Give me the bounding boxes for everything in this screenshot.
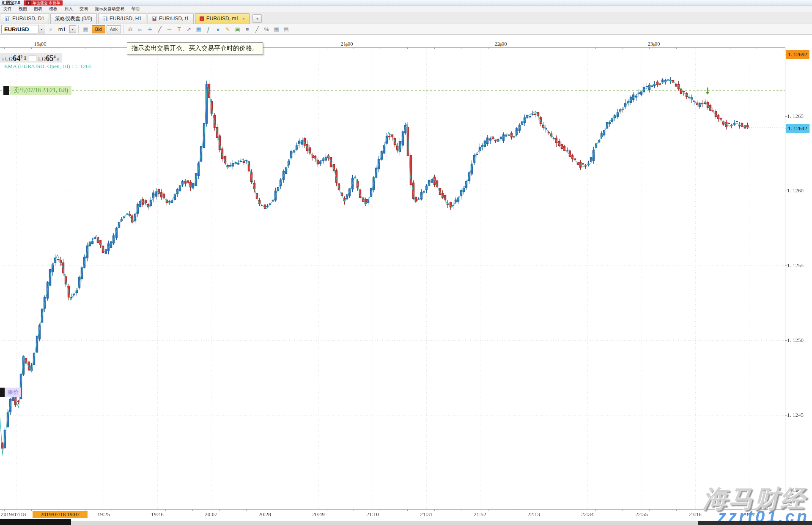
template-icon[interactable]: ▤ (281, 25, 291, 33)
limit-order-label[interactable]: 限价 (0, 388, 21, 397)
indicator-icon[interactable]: ƒ (203, 25, 213, 33)
tab-label: EUR/USD, D1 (12, 16, 44, 22)
tab-eurusd-t1[interactable]: EUR/USD, t1 (148, 13, 194, 24)
new-tab-button[interactable]: + (252, 14, 262, 23)
slash-icon[interactable]: ╱ (252, 25, 262, 33)
sell-tag: S (2, 57, 4, 61)
sell-order-text: 卖出(07/18 23:21, 0.8) (10, 86, 71, 95)
tab-label: EUR/USD, H1 (110, 16, 142, 22)
search-icon[interactable]: ⌕ (49, 26, 52, 32)
time-tick-label: 22:34 (576, 511, 599, 518)
tab-label: 策略仪表盘 (0/0) (55, 15, 92, 22)
time-tick-label: 21:00 (334, 41, 359, 47)
time-tick-label: 21:31 (414, 511, 438, 518)
tab-label: EUR/USD, t1 (159, 16, 189, 22)
price-tick-label: 1. 1255 (787, 262, 804, 269)
status-strip (0, 521, 812, 525)
tab-eurusd-m1[interactable]: ↓EUR/USD, m1× (195, 13, 250, 24)
chart-tab-icon (5, 16, 10, 21)
time-tick-label: 20:49 (307, 511, 330, 518)
candlestick-chart[interactable] (0, 0, 812, 525)
magnet-icon[interactable]: ⋒ (126, 25, 135, 33)
menu-item-4[interactable]: 插入 (61, 6, 76, 12)
time-tick-label: 20:07 (199, 511, 223, 518)
time-tick-label: 22:13 (522, 511, 546, 518)
order-handle-icon[interactable] (3, 86, 9, 95)
toolbar: EUR/USD ▼ ⌕ m1 ▼ ▦ Bid Ask ⋒▻✛╱─T↗▦ƒ●✎▣≡… (0, 24, 812, 35)
menu-bar: 文件视图图表模板插入交易提示及自动交易帮助 (0, 6, 812, 12)
status-strip-right-block (698, 521, 812, 525)
badge-label: 单击促交 市价单 (33, 0, 60, 5)
menu-item-7[interactable]: 帮助 (128, 6, 143, 12)
price-tick-label: 1. 1260 (787, 187, 804, 194)
toolbar-separator (78, 25, 79, 33)
sell-price-sup: 2 (20, 55, 22, 59)
menu-item-6[interactable]: 提示及自动交易 (91, 6, 128, 12)
app-title: 汇图宝2.0 (2, 0, 20, 6)
tab-eurusd-h1[interactable]: EUR/USD, H1 (98, 13, 146, 24)
order-handle-icon[interactable] (0, 388, 5, 397)
buy-tag: B (57, 57, 59, 61)
sell-order-label[interactable]: 卖出(07/18 23:21, 0.8) (3, 86, 71, 95)
toolbar-icon-group-left: ▦ (81, 25, 91, 33)
quote-chip (29, 55, 36, 61)
tab-strategy-dashboard[interactable]: 策略仪表盘 (0/0) (50, 13, 97, 24)
chart-window-icon[interactable]: ▦ (81, 25, 91, 33)
menu-item-3[interactable]: 模板 (46, 6, 61, 12)
camera-icon[interactable]: ▣ (233, 25, 242, 33)
arrow-icon[interactable]: ↗ (184, 25, 194, 33)
badge-icon: 1 (26, 0, 31, 5)
symbol-combo-value: EUR/USD (2, 26, 38, 33)
tab-eurusd-d1[interactable]: EUR/USD, D1 (1, 13, 49, 24)
time-tick-label: 21:52 (468, 511, 492, 518)
tooltip: 指示卖出交易开仓、买入交易平仓时的价格。 (127, 42, 263, 55)
time-tick-label: 22:00 (488, 41, 513, 47)
ask-button[interactable]: Ask (107, 25, 121, 33)
list-icon[interactable]: ≡ (242, 25, 252, 33)
buy-price-big: 65 (46, 55, 54, 62)
quote-panel: S 1.12 64 2 1 1.12 65 4 B (0, 53, 62, 63)
trendline-icon[interactable]: ╱ (155, 25, 165, 33)
ask-price-tag: 1. 12692 (786, 50, 809, 59)
buy-price-small: 1.12 (38, 56, 46, 61)
time-tick-label: 19:46 (145, 511, 169, 518)
time-tick-label: 19:25 (92, 511, 115, 518)
status-strip-left-block (0, 519, 71, 525)
time-tick-label: 20:28 (253, 511, 277, 518)
sell-price-big: 64 (13, 55, 20, 62)
title-bar: 汇图宝2.0 1单击促交 市价单 (0, 0, 812, 6)
toolbar-icon-group-right: ⋒▻✛╱─T↗▦ƒ●✎▣≡╱%▦▤ (126, 25, 291, 33)
menu-item-1[interactable]: 视图 (15, 6, 30, 12)
time-tick-label: 22:55 (630, 511, 653, 518)
price-tick-label: 1. 1250 (787, 337, 804, 344)
bid-button[interactable]: Bid (92, 25, 105, 33)
tab-close-icon[interactable]: × (242, 16, 245, 21)
symbol-combo[interactable]: EUR/USD ▼ (1, 25, 45, 33)
calendar-icon[interactable]: ▦ (194, 25, 203, 33)
globe-icon[interactable]: ● (213, 25, 223, 33)
menu-item-5[interactable]: 交易 (76, 6, 91, 12)
timeframe-chevron-down-icon[interactable]: ▼ (69, 25, 76, 33)
chart-tab-icon (103, 16, 107, 21)
time-tick-label: 23:00 (641, 41, 667, 47)
price-tick-label: 1. 1265 (787, 113, 804, 120)
selected-time-tick[interactable]: 2019/07/18 19:07 (33, 511, 88, 518)
percent-icon[interactable]: % (262, 25, 272, 33)
hline-icon[interactable]: ─ (165, 25, 174, 33)
ema-indicator-label: EMA (EUR/USD. Open, 10) : 1. 1265 (4, 63, 92, 70)
menu-item-2[interactable]: 图表 (30, 6, 46, 12)
cursor-icon[interactable]: ▻ (135, 25, 145, 33)
promo-badge[interactable]: 1单击促交 市价单 (24, 0, 63, 5)
sell-price-small: 1.12 (5, 56, 13, 61)
menu-item-0[interactable]: 文件 (0, 6, 15, 12)
grid-icon[interactable]: ▦ (272, 25, 281, 33)
time-tick-label: 21:10 (361, 511, 384, 518)
buy-price-sup: 4 (54, 55, 56, 59)
text-icon[interactable]: T (174, 25, 184, 33)
timeframe-combo-value: m1 (52, 26, 69, 33)
chevron-down-icon[interactable]: ▼ (38, 25, 45, 33)
trading-app-window: 汇图宝2.0 1单击促交 市价单 文件视图图表模板插入交易提示及自动交易帮助 E… (0, 0, 812, 525)
spread-value: 1 (24, 55, 26, 61)
crosshair-icon[interactable]: ✛ (145, 25, 155, 33)
brush-icon[interactable]: ✎ (223, 25, 233, 33)
